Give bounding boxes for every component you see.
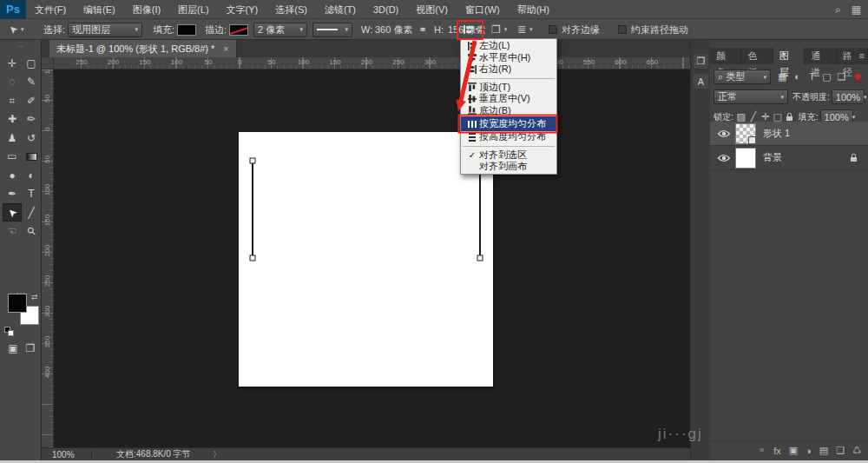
menu-帮助(H)[interactable]: 帮助(H): [509, 0, 558, 19]
layer-row-background[interactable]: 背景: [710, 146, 868, 170]
menu-item-水平居中(H)[interactable]: 水平居中(H): [461, 52, 556, 64]
layer-filter-icon-2[interactable]: T: [805, 71, 819, 83]
history-brush-tool[interactable]: ↺: [22, 129, 41, 147]
panel-tab-颜色[interactable]: 颜色: [710, 48, 741, 64]
menu-item-按高度均匀分布[interactable]: 按高度均匀分布: [461, 131, 556, 143]
hand-tool[interactable]: ☜: [3, 222, 22, 241]
brush-tool[interactable]: ✏: [22, 110, 41, 129]
line-tool[interactable]: ╱: [22, 203, 41, 222]
workspace-switcher-icon[interactable]: ▦: [852, 3, 861, 16]
menu-item-右边(R)[interactable]: 右边(R): [461, 63, 556, 76]
clone-stamp-tool[interactable]: ♟: [3, 129, 22, 147]
blur-tool[interactable]: ●: [3, 166, 22, 184]
menu-编辑(E)[interactable]: 编辑(E): [75, 0, 124, 19]
screen-mode-icon[interactable]: ❐: [21, 339, 40, 357]
width-value[interactable]: 360 像素: [375, 19, 412, 40]
quick-selection-tool[interactable]: ✎: [22, 73, 41, 91]
canvas[interactable]: [239, 132, 493, 387]
pen-tool[interactable]: ✒: [3, 185, 22, 203]
menu-item-顶边(T)[interactable]: 顶边(T): [461, 82, 556, 94]
status-options-chevron[interactable]: 〉: [214, 449, 221, 460]
menu-文字(Y)[interactable]: 文字(Y): [218, 0, 267, 19]
menu-视图(V)[interactable]: 视图(V): [407, 0, 457, 19]
menu-3D(D)[interactable]: 3D(D): [365, 0, 407, 19]
opacity-field[interactable]: 100%▾: [832, 89, 865, 104]
visibility-eye-icon[interactable]: [716, 154, 732, 162]
lasso-tool[interactable]: ◌: [3, 73, 22, 91]
menu-滤镜(T)[interactable]: 滤镜(T): [316, 0, 365, 19]
fill-swatch[interactable]: [177, 24, 196, 36]
zoom-tool[interactable]: ⚲: [22, 222, 41, 241]
close-tab-icon[interactable]: ×: [223, 43, 228, 54]
dodge-tool[interactable]: ◐: [22, 166, 41, 184]
menu-item-垂直居中(V)[interactable]: 垂直居中(V): [461, 93, 556, 105]
panel-menu-icon[interactable]: ≡: [859, 50, 865, 61]
layer-mask-icon[interactable]: ▣: [789, 445, 798, 456]
layer-thumbnail[interactable]: [735, 148, 756, 169]
layer-thumbnail[interactable]: [735, 123, 756, 144]
default-colors-icon[interactable]: [4, 327, 16, 337]
menu-文件(F)[interactable]: 文件(F): [26, 0, 75, 19]
constrain-path-checkbox[interactable]: [618, 25, 627, 34]
path-operations-icon[interactable]: ❐▾: [491, 19, 507, 40]
menu-item-按宽度均匀分布[interactable]: 按宽度均匀分布: [461, 116, 556, 131]
collapsed-panel-swatch-icon[interactable]: ❐: [694, 54, 708, 69]
stroke-swatch[interactable]: [229, 24, 248, 36]
menu-item-左边(L)[interactable]: 左边(L): [461, 40, 556, 52]
link-layers-icon[interactable]: ⚭: [758, 445, 766, 456]
layer-filter-toggle[interactable]: [854, 73, 862, 81]
type-tool[interactable]: T: [22, 185, 41, 203]
menu-窗口(W)[interactable]: 窗口(W): [457, 0, 509, 19]
menu-图层(L)[interactable]: 图层(L): [169, 0, 217, 19]
stroke-width-field[interactable]: 2 像素▾: [253, 23, 307, 37]
link-dimensions-icon[interactable]: ⚭: [418, 19, 427, 40]
adjustment-layer-icon[interactable]: ◑: [806, 446, 812, 456]
align-edges-checkbox[interactable]: [549, 25, 557, 34]
foreground-color-swatch[interactable]: [8, 294, 27, 313]
move-tool[interactable]: ✛: [3, 54, 22, 72]
layer-filter-icon-1[interactable]: ◐: [790, 71, 805, 83]
visibility-eye-icon[interactable]: [716, 129, 732, 138]
document-tab[interactable]: 未标题-1 @ 100% (形状 1, RGB/8#) * ×: [49, 40, 237, 57]
menu-图像(I)[interactable]: 图像(I): [124, 0, 169, 19]
layer-filter-icon-3[interactable]: ▢: [819, 71, 834, 83]
path-alignment-icon[interactable]: ▾: [461, 19, 480, 40]
layer-name[interactable]: 背景: [763, 151, 782, 164]
blend-mode-dropdown[interactable]: 正常▾: [713, 89, 788, 104]
layer-row-shape1[interactable]: 形状 1: [710, 122, 868, 146]
quick-mask-icon[interactable]: ▣: [3, 339, 23, 357]
vertical-ruler[interactable]: 10050050100150200250300350400: [42, 69, 54, 447]
toolbar-grip[interactable]: ‥: [0, 40, 41, 50]
layer-style-icon[interactable]: fx: [773, 446, 781, 456]
healing-brush-tool[interactable]: ✚: [3, 110, 22, 129]
new-layer-icon[interactable]: ❑: [836, 445, 845, 456]
menu-选择(S)[interactable]: 选择(S): [266, 0, 316, 19]
panel-tab-色板[interactable]: 色板: [741, 48, 773, 64]
gradient-tool[interactable]: [22, 148, 41, 166]
eraser-tool[interactable]: ▭: [3, 148, 22, 166]
crop-tool[interactable]: ⌗: [3, 91, 22, 109]
swap-colors-icon[interactable]: ⇄: [31, 293, 38, 301]
layer-filter-type-dropdown[interactable]: ⌕ 类型▾: [713, 69, 771, 84]
search-icon[interactable]: ⌕: [835, 3, 841, 16]
panel-tab-图层[interactable]: 图层: [773, 48, 805, 64]
menu-item-对齐到画布[interactable]: 对齐到画布: [461, 161, 556, 173]
new-group-icon[interactable]: ▤: [819, 445, 828, 456]
select-mode-dropdown[interactable]: 现用图层▾: [68, 23, 142, 37]
marquee-tool[interactable]: ▢: [22, 54, 41, 72]
delete-layer-icon[interactable]: ♺: [852, 445, 861, 456]
menu-item-底边(B)[interactable]: 底边(B): [461, 105, 556, 117]
layer-name[interactable]: 形状 1: [763, 127, 790, 140]
horizontal-ruler[interactable]: 2502001501005005010015020025030050055060…: [54, 57, 690, 69]
stroke-style-dropdown[interactable]: ▾: [312, 23, 352, 37]
lock-all-icon[interactable]: [786, 112, 793, 122]
panel-tab-通道[interactable]: 通道: [805, 48, 836, 64]
collapsed-panel-character-icon[interactable]: A: [694, 74, 708, 89]
layer-filter-icon-0[interactable]: ▦: [775, 71, 790, 83]
path-arrange-icon[interactable]: ≣▾: [517, 19, 533, 40]
zoom-level-field[interactable]: 100%: [52, 450, 92, 460]
menu-item-对齐到选区[interactable]: ✓对齐到选区: [461, 149, 556, 162]
layer-filter-icon-4[interactable]: ❏: [834, 71, 849, 83]
eyedropper-tool[interactable]: ✐: [22, 91, 41, 109]
path-selection-tool[interactable]: ➤: [3, 203, 22, 222]
